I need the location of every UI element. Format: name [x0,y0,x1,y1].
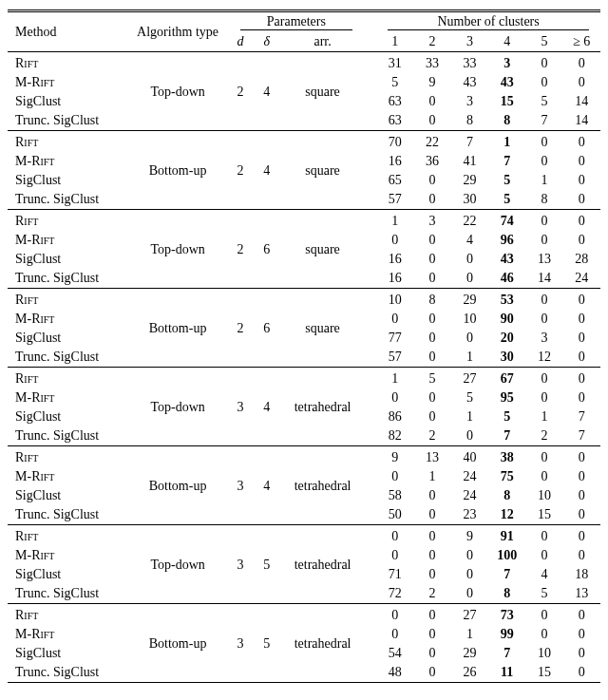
col-delta: δ [254,32,280,52]
cell-count: 7 [488,152,525,171]
cell-method: M-Rift [8,546,128,565]
cell-method: Rift [8,369,128,388]
cell-count: 100 [488,546,525,565]
cell-count: 74 [488,212,525,231]
cell-count: 82 [376,426,413,446]
cell-count: 22 [451,212,488,231]
cell-count: 1 [451,625,488,644]
col-d: d [227,32,254,52]
cell-count: 0 [451,565,488,584]
cell-alg: Top-down [128,73,227,111]
cell-count: 23 [451,505,488,525]
cell-method: SigClust [8,486,128,505]
cell-method: M-Rift [8,231,128,250]
cell-count: 7 [563,407,600,426]
cell-count: 0 [451,269,488,289]
cell-method: SigClust [8,565,128,584]
cell-count: 0 [376,388,413,407]
cell-delta: 4 [254,152,280,190]
cell-count: 1 [376,212,413,231]
cell-count: 7 [525,111,562,131]
cell-delta: 4 [254,467,280,505]
cell-d: 2 [227,231,254,269]
table-row: Rift0099100 [8,527,600,546]
cell-d: 3 [227,467,254,505]
cell-count: 53 [488,291,525,310]
cell-method: Rift [8,133,128,152]
cell-count: 5 [376,73,413,92]
cell-count: 0 [563,644,600,663]
cell-count: 9 [413,73,450,92]
cell-method: Rift [8,448,128,467]
cell-count: 0 [376,310,413,329]
cell-count: 0 [451,584,488,604]
cell-count: 16 [376,250,413,269]
cell-method: Rift [8,54,128,73]
cell-count: 40 [451,448,488,467]
cell-count: 0 [563,486,600,505]
cell-count: 24 [451,467,488,486]
cell-count: 43 [451,73,488,92]
cell-count: 0 [525,625,562,644]
cell-count: 99 [488,625,525,644]
table-row: M-RiftTop-down35tetrahedral00010000 [8,546,600,565]
cell-method: Trunc. SigClust [8,348,128,368]
cell-count: 10 [525,644,562,663]
cell-method: M-Rift [8,388,128,407]
table-row: M-RiftTop-down24square59434300 [8,73,600,92]
cell-count: 0 [563,310,600,329]
cell-arr: tetrahedral [280,546,366,584]
cell-count: 0 [525,152,562,171]
cell-count: 70 [376,133,413,152]
cell-count: 0 [563,625,600,644]
cell-count: 12 [488,505,525,525]
cell-count: 71 [376,565,413,584]
results-table: Method Algorithm type Parameters Number … [8,9,600,683]
cell-count: 1 [451,407,488,426]
cell-d: 3 [227,546,254,584]
cell-arr: tetrahedral [280,388,366,426]
colgroup-params: Parameters [227,11,366,33]
cell-count: 16 [376,152,413,171]
cell-count: 33 [451,54,488,73]
cell-count: 0 [525,54,562,73]
cell-count: 0 [413,250,450,269]
cell-method: SigClust [8,644,128,663]
table-row: M-RiftTop-down34tetrahedral0059500 [8,388,600,407]
cell-alg: Top-down [128,546,227,584]
cell-count: 1 [488,133,525,152]
cell-count: 5 [488,171,525,190]
cell-method: Trunc. SigClust [8,190,128,210]
cell-method: Rift [8,527,128,546]
cell-method: M-Rift [8,467,128,486]
cell-count: 10 [376,291,413,310]
cell-count: 41 [451,152,488,171]
cell-count: 43 [488,250,525,269]
cell-method: SigClust [8,92,128,111]
table-row: Rift15276700 [8,369,600,388]
cell-count: 0 [525,527,562,546]
cell-count: 0 [413,644,450,663]
table-row: Trunc. SigClust570130120 [8,348,600,368]
table-row: Rift313333300 [8,54,600,73]
cell-count: 8 [451,111,488,131]
cell-alg: Bottom-up [128,625,227,663]
cell-d: 3 [227,388,254,426]
cell-count: 29 [451,291,488,310]
cell-count: 3 [451,92,488,111]
cell-count: 0 [525,467,562,486]
cell-count: 26 [451,663,488,683]
col-c3: 3 [451,32,488,52]
cell-count: 38 [488,448,525,467]
cell-count: 12 [525,348,562,368]
cell-count: 0 [413,388,450,407]
cell-count: 0 [525,310,562,329]
cell-method: Trunc. SigClust [8,111,128,131]
table-row: Trunc. SigClust8220727 [8,426,600,446]
col-c2: 2 [413,32,450,52]
cell-count: 0 [413,565,450,584]
table-row: Trunc. SigClust72208513 [8,584,600,604]
cell-count: 0 [563,663,600,683]
cell-delta: 4 [254,73,280,111]
cell-count: 30 [451,190,488,210]
